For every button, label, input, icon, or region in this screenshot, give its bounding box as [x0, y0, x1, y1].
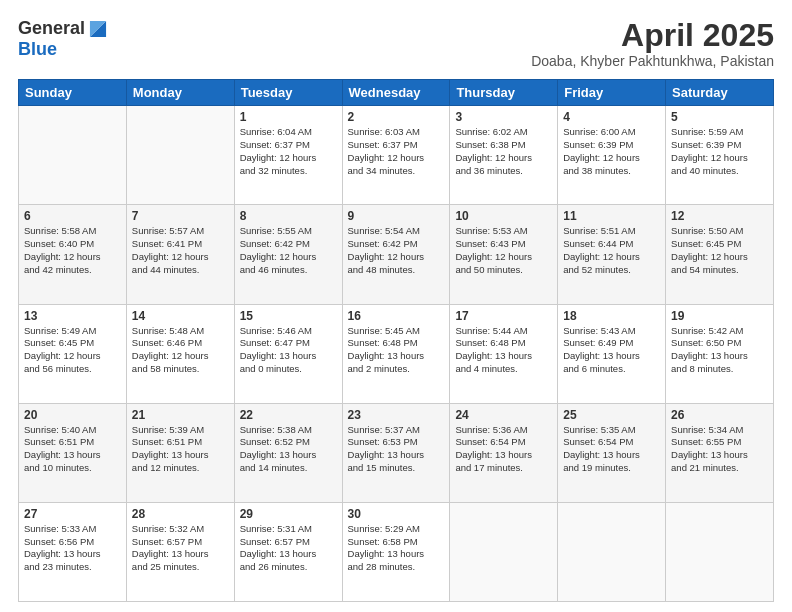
day-number: 26 — [671, 408, 768, 422]
day-info: Sunrise: 5:54 AM Sunset: 6:42 PM Dayligh… — [348, 225, 445, 276]
day-info: Sunrise: 5:42 AM Sunset: 6:50 PM Dayligh… — [671, 325, 768, 376]
calendar-cell: 26Sunrise: 5:34 AM Sunset: 6:55 PM Dayli… — [666, 403, 774, 502]
day-number: 4 — [563, 110, 660, 124]
col-header-wednesday: Wednesday — [342, 80, 450, 106]
logo-general: General — [18, 19, 85, 39]
col-header-thursday: Thursday — [450, 80, 558, 106]
day-info: Sunrise: 5:53 AM Sunset: 6:43 PM Dayligh… — [455, 225, 552, 276]
day-number: 29 — [240, 507, 337, 521]
calendar-cell: 17Sunrise: 5:44 AM Sunset: 6:48 PM Dayli… — [450, 304, 558, 403]
day-info: Sunrise: 6:04 AM Sunset: 6:37 PM Dayligh… — [240, 126, 337, 177]
calendar-cell — [558, 502, 666, 601]
day-number: 18 — [563, 309, 660, 323]
calendar-cell: 15Sunrise: 5:46 AM Sunset: 6:47 PM Dayli… — [234, 304, 342, 403]
subtitle: Doaba, Khyber Pakhtunkhwa, Pakistan — [531, 53, 774, 69]
calendar-cell: 30Sunrise: 5:29 AM Sunset: 6:58 PM Dayli… — [342, 502, 450, 601]
calendar-cell: 14Sunrise: 5:48 AM Sunset: 6:46 PM Dayli… — [126, 304, 234, 403]
day-info: Sunrise: 5:34 AM Sunset: 6:55 PM Dayligh… — [671, 424, 768, 475]
day-info: Sunrise: 5:36 AM Sunset: 6:54 PM Dayligh… — [455, 424, 552, 475]
day-info: Sunrise: 5:49 AM Sunset: 6:45 PM Dayligh… — [24, 325, 121, 376]
col-header-saturday: Saturday — [666, 80, 774, 106]
day-info: Sunrise: 5:37 AM Sunset: 6:53 PM Dayligh… — [348, 424, 445, 475]
day-number: 13 — [24, 309, 121, 323]
header: General Blue April 2025 Doaba, Khyber Pa… — [18, 18, 774, 69]
col-header-monday: Monday — [126, 80, 234, 106]
calendar-cell: 23Sunrise: 5:37 AM Sunset: 6:53 PM Dayli… — [342, 403, 450, 502]
calendar-cell: 21Sunrise: 5:39 AM Sunset: 6:51 PM Dayli… — [126, 403, 234, 502]
calendar-cell: 27Sunrise: 5:33 AM Sunset: 6:56 PM Dayli… — [19, 502, 127, 601]
day-number: 22 — [240, 408, 337, 422]
calendar-cell: 10Sunrise: 5:53 AM Sunset: 6:43 PM Dayli… — [450, 205, 558, 304]
day-info: Sunrise: 5:51 AM Sunset: 6:44 PM Dayligh… — [563, 225, 660, 276]
day-number: 10 — [455, 209, 552, 223]
calendar-cell — [666, 502, 774, 601]
day-info: Sunrise: 5:33 AM Sunset: 6:56 PM Dayligh… — [24, 523, 121, 574]
day-info: Sunrise: 6:02 AM Sunset: 6:38 PM Dayligh… — [455, 126, 552, 177]
day-number: 27 — [24, 507, 121, 521]
day-info: Sunrise: 5:45 AM Sunset: 6:48 PM Dayligh… — [348, 325, 445, 376]
day-info: Sunrise: 6:00 AM Sunset: 6:39 PM Dayligh… — [563, 126, 660, 177]
calendar-cell: 4Sunrise: 6:00 AM Sunset: 6:39 PM Daylig… — [558, 106, 666, 205]
calendar-cell: 16Sunrise: 5:45 AM Sunset: 6:48 PM Dayli… — [342, 304, 450, 403]
calendar-cell: 5Sunrise: 5:59 AM Sunset: 6:39 PM Daylig… — [666, 106, 774, 205]
calendar-cell — [126, 106, 234, 205]
day-info: Sunrise: 5:40 AM Sunset: 6:51 PM Dayligh… — [24, 424, 121, 475]
col-header-friday: Friday — [558, 80, 666, 106]
calendar-cell: 28Sunrise: 5:32 AM Sunset: 6:57 PM Dayli… — [126, 502, 234, 601]
day-number: 6 — [24, 209, 121, 223]
day-number: 14 — [132, 309, 229, 323]
calendar-cell: 7Sunrise: 5:57 AM Sunset: 6:41 PM Daylig… — [126, 205, 234, 304]
calendar-cell — [19, 106, 127, 205]
calendar-cell: 19Sunrise: 5:42 AM Sunset: 6:50 PM Dayli… — [666, 304, 774, 403]
logo-blue: Blue — [18, 40, 109, 60]
day-info: Sunrise: 5:31 AM Sunset: 6:57 PM Dayligh… — [240, 523, 337, 574]
day-number: 25 — [563, 408, 660, 422]
logo: General Blue — [18, 18, 109, 60]
calendar-cell: 29Sunrise: 5:31 AM Sunset: 6:57 PM Dayli… — [234, 502, 342, 601]
day-number: 15 — [240, 309, 337, 323]
day-number: 1 — [240, 110, 337, 124]
calendar-table: SundayMondayTuesdayWednesdayThursdayFrid… — [18, 79, 774, 602]
logo-text: General Blue — [18, 18, 109, 60]
calendar-cell: 6Sunrise: 5:58 AM Sunset: 6:40 PM Daylig… — [19, 205, 127, 304]
col-header-tuesday: Tuesday — [234, 80, 342, 106]
day-info: Sunrise: 6:03 AM Sunset: 6:37 PM Dayligh… — [348, 126, 445, 177]
day-info: Sunrise: 5:43 AM Sunset: 6:49 PM Dayligh… — [563, 325, 660, 376]
day-info: Sunrise: 5:39 AM Sunset: 6:51 PM Dayligh… — [132, 424, 229, 475]
calendar-cell: 3Sunrise: 6:02 AM Sunset: 6:38 PM Daylig… — [450, 106, 558, 205]
day-number: 3 — [455, 110, 552, 124]
day-number: 17 — [455, 309, 552, 323]
day-info: Sunrise: 5:44 AM Sunset: 6:48 PM Dayligh… — [455, 325, 552, 376]
day-number: 21 — [132, 408, 229, 422]
day-number: 16 — [348, 309, 445, 323]
day-info: Sunrise: 5:32 AM Sunset: 6:57 PM Dayligh… — [132, 523, 229, 574]
calendar-cell: 2Sunrise: 6:03 AM Sunset: 6:37 PM Daylig… — [342, 106, 450, 205]
logo-icon — [87, 18, 109, 40]
day-info: Sunrise: 5:35 AM Sunset: 6:54 PM Dayligh… — [563, 424, 660, 475]
title-block: April 2025 Doaba, Khyber Pakhtunkhwa, Pa… — [531, 18, 774, 69]
calendar-cell: 20Sunrise: 5:40 AM Sunset: 6:51 PM Dayli… — [19, 403, 127, 502]
calendar-cell: 24Sunrise: 5:36 AM Sunset: 6:54 PM Dayli… — [450, 403, 558, 502]
calendar-cell: 12Sunrise: 5:50 AM Sunset: 6:45 PM Dayli… — [666, 205, 774, 304]
day-number: 23 — [348, 408, 445, 422]
day-info: Sunrise: 5:29 AM Sunset: 6:58 PM Dayligh… — [348, 523, 445, 574]
calendar-cell: 13Sunrise: 5:49 AM Sunset: 6:45 PM Dayli… — [19, 304, 127, 403]
day-number: 9 — [348, 209, 445, 223]
day-info: Sunrise: 5:48 AM Sunset: 6:46 PM Dayligh… — [132, 325, 229, 376]
day-info: Sunrise: 5:59 AM Sunset: 6:39 PM Dayligh… — [671, 126, 768, 177]
calendar-cell: 11Sunrise: 5:51 AM Sunset: 6:44 PM Dayli… — [558, 205, 666, 304]
day-info: Sunrise: 5:50 AM Sunset: 6:45 PM Dayligh… — [671, 225, 768, 276]
day-number: 5 — [671, 110, 768, 124]
day-number: 19 — [671, 309, 768, 323]
day-info: Sunrise: 5:55 AM Sunset: 6:42 PM Dayligh… — [240, 225, 337, 276]
day-number: 12 — [671, 209, 768, 223]
calendar-cell: 9Sunrise: 5:54 AM Sunset: 6:42 PM Daylig… — [342, 205, 450, 304]
calendar-cell — [450, 502, 558, 601]
calendar-cell: 22Sunrise: 5:38 AM Sunset: 6:52 PM Dayli… — [234, 403, 342, 502]
day-number: 24 — [455, 408, 552, 422]
day-number: 30 — [348, 507, 445, 521]
day-number: 2 — [348, 110, 445, 124]
day-number: 28 — [132, 507, 229, 521]
day-info: Sunrise: 5:57 AM Sunset: 6:41 PM Dayligh… — [132, 225, 229, 276]
col-header-sunday: Sunday — [19, 80, 127, 106]
